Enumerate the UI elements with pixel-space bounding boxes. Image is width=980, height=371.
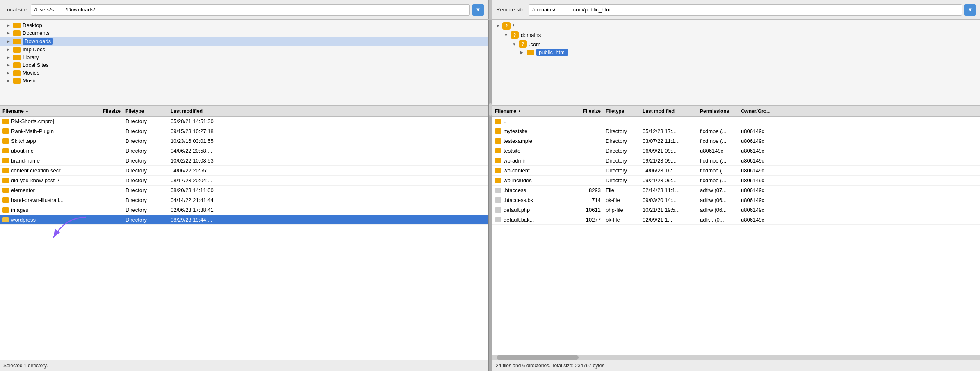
remote-tree-label-public-html: public_html <box>536 49 568 55</box>
local-tree-item-library[interactable]: ▶ Library <box>0 53 488 61</box>
local-file-row-6[interactable]: did-you-know-post-2 Directory 08/17/23 2… <box>0 176 488 186</box>
remote-site-label: Remote site: <box>496 7 526 13</box>
remote-file-row-default-bak[interactable]: default.bak... 10277 bk-file 02/09/21 1.… <box>492 215 980 225</box>
local-tree-label-desktop: Desktop <box>23 22 42 28</box>
col-header-filesize-remote[interactable]: Filesize <box>574 108 603 114</box>
col-header-owner-remote[interactable]: Owner/Gro... <box>738 108 980 114</box>
remote-file-row-mytestsite[interactable]: mytestsite Directory 05/12/23 17:... flc… <box>492 126 980 136</box>
local-file-row-5[interactable]: content creation secr... Directory 04/06… <box>0 166 488 176</box>
local-file-row-2[interactable]: Skitch.app Directory 10/23/16 03:01:55 <box>0 136 488 146</box>
local-tree-item-imp-docs[interactable]: ▶ Imp Docs <box>0 46 488 53</box>
remote-file-row-wp-includes[interactable]: wp-includes Directory 09/21/23 09:... fl… <box>492 176 980 186</box>
remote-file-row-wp-admin[interactable]: wp-admin Directory 09/21/23 09:... flcdm… <box>492 156 980 166</box>
remote-tree-item-public-html[interactable]: ▶ public_html <box>492 48 980 56</box>
remote-status-bar: 24 files and 6 directories. Total size: … <box>492 360 980 371</box>
local-file-row-3[interactable]: about-me Directory 04/06/22 20:58:... <box>0 146 488 156</box>
remote-tree-item-domain-com[interactable]: ▼ ? .com <box>492 39 980 48</box>
col-header-modified-local[interactable]: Last modified <box>168 108 488 114</box>
local-tree-label-music: Music <box>23 78 36 84</box>
local-tree-label-movies: Movies <box>23 70 39 76</box>
remote-tree-item-root[interactable]: ▼ ? / <box>492 21 980 30</box>
local-file-list-body[interactable]: RM-Shorts.cmproj Directory 05/28/21 14:5… <box>0 117 488 360</box>
remote-path-input[interactable] <box>529 4 962 16</box>
remote-tree-label-domains: domains <box>521 32 541 38</box>
local-file-row-9[interactable]: images Directory 02/06/23 17:38:41 <box>0 205 488 215</box>
remote-tree: ▼ ? / ▼ ? domains ▼ ? .com <box>492 20 980 106</box>
local-tree-item-local-sites[interactable]: ▶ Local Sites <box>0 61 488 69</box>
local-path-input[interactable] <box>31 4 470 16</box>
col-header-filename-remote[interactable]: Filename▲ <box>492 108 574 114</box>
local-file-list-header: Filename▲ Filesize Filetype Last modifie… <box>0 106 488 117</box>
remote-tree-label-root: / <box>513 23 514 29</box>
remote-file-row-parent[interactable]: .. <box>492 117 980 126</box>
local-file-row-1[interactable]: Rank-Math-Plugin Directory 09/15/23 10:2… <box>0 126 488 136</box>
remote-file-row-testexample[interactable]: testexample Directory 03/07/22 11:1... f… <box>492 136 980 146</box>
col-header-filetype-local[interactable]: Filetype <box>123 108 168 114</box>
local-tree-label-library: Library <box>23 54 39 60</box>
col-header-perms-remote[interactable]: Permissions <box>697 108 738 114</box>
remote-file-row-default-php[interactable]: default.php 10611 php-file 10/21/21 19:5… <box>492 205 980 215</box>
local-tree-label-downloads: Downloads <box>23 38 53 45</box>
col-header-filename-local[interactable]: Filename▲ <box>0 108 90 114</box>
local-tree-label-documents: Documents <box>23 30 50 36</box>
col-header-filesize-local[interactable]: Filesize <box>90 108 123 114</box>
local-dropdown-button[interactable]: ▼ <box>472 4 484 16</box>
local-tree-item-documents[interactable]: ▶ Documents <box>0 29 488 37</box>
col-header-modified-remote[interactable]: Last modified <box>640 108 697 114</box>
local-tree-label-imp-docs: Imp Docs <box>23 46 45 53</box>
local-file-row-8[interactable]: hand-drawn-illustrati... Directory 04/14… <box>0 195 488 205</box>
col-header-filetype-remote[interactable]: Filetype <box>603 108 640 114</box>
remote-file-row-htaccess[interactable]: .htaccess 8293 File 02/14/23 11:1... adf… <box>492 186 980 195</box>
remote-dropdown-button[interactable]: ▼ <box>964 4 976 16</box>
remote-file-list-header: Filename▲ Filesize Filetype Last modifie… <box>492 106 980 117</box>
local-tree: ▶ Desktop ▶ Documents ▶ Downloads ▶ <box>0 20 488 106</box>
local-file-row-0[interactable]: RM-Shorts.cmproj Directory 05/28/21 14:5… <box>0 117 488 126</box>
remote-file-row-wp-content[interactable]: wp-content Directory 04/06/23 16:... flc… <box>492 166 980 176</box>
local-tree-label-local-sites: Local Sites <box>23 62 49 68</box>
local-tree-item-movies[interactable]: ▶ Movies <box>0 69 488 77</box>
remote-file-row-htaccess-bk[interactable]: .htaccess.bk 714 bk-file 09/03/20 14:...… <box>492 195 980 205</box>
remote-file-row-testsite[interactable]: testsite Directory 06/09/21 09:... u8061… <box>492 146 980 156</box>
remote-tree-item-domains[interactable]: ▼ ? domains <box>492 30 980 39</box>
remote-tree-label-domain-com: .com <box>529 41 540 47</box>
local-tree-item-desktop[interactable]: ▶ Desktop <box>0 21 488 29</box>
local-file-row-wordpress[interactable]: wordpress Directory 08/29/23 19:44:... <box>0 215 488 225</box>
local-file-row-4[interactable]: brand-name Directory 10/02/22 10:08:53 <box>0 156 488 166</box>
local-site-label: Local site: <box>4 7 28 13</box>
local-file-row-7[interactable]: elementor Directory 08/20/23 14:11:00 <box>0 186 488 195</box>
local-tree-item-music[interactable]: ▶ Music <box>0 77 488 85</box>
local-status-bar: Selected 1 directory. <box>0 360 488 371</box>
remote-file-list-body[interactable]: .. mytestsite Directory 05/1 <box>492 117 980 355</box>
local-tree-item-downloads[interactable]: ▶ Downloads <box>0 37 488 46</box>
